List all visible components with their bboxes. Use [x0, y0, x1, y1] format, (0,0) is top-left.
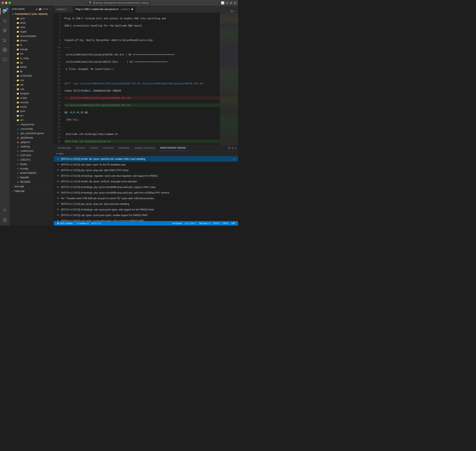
tree-root[interactable]: ▾ THUNDERBOLT [SSH: DEBIAN]	[10, 12, 54, 16]
sidebar-item-cocciconfig[interactable]: ≡ .cocciconfig	[10, 127, 54, 131]
outline-header[interactable]: › OUTLINE	[10, 184, 54, 189]
code-editor[interactable]: Plug in USB-C related bits and pieces to…	[63, 13, 220, 145]
minimap-viewport[interactable]	[220, 13, 238, 92]
sidebar-item-certs[interactable]: › 📁 certs	[10, 25, 54, 30]
line-ending-status[interactable]: CRLF	[221, 221, 230, 226]
tab-output[interactable]: OUTPUT	[73, 145, 88, 151]
tab-gitlens[interactable]: GITLENS	[101, 145, 116, 151]
panel-icon[interactable]: ⊞	[230, 1, 232, 4]
activity-run-debug[interactable]	[0, 35, 10, 45]
more-tabs-icon[interactable]: ⋯	[234, 10, 236, 13]
sidebar-item-arch[interactable]: › 📁 arch	[10, 16, 54, 21]
encoding-status[interactable]: UTF-8	[212, 221, 221, 226]
sidebar-item-clang-format[interactable]: ≡ .clang-format	[10, 122, 54, 127]
sidebar-item-credits[interactable]: ≡ CREDITS	[10, 158, 54, 162]
close-panel-icon[interactable]: ×	[235, 146, 236, 150]
email-item[interactable]: ✉ [PATCH v2 02/15] dt-bindings: usb: qco…	[54, 207, 238, 213]
sidebar-item-samples[interactable]: › 📁 samples	[10, 91, 54, 96]
sidebar-item-net[interactable]: › 📁 net	[10, 82, 54, 87]
email-item[interactable]: ✉ [PATCH v2 04/15] dt-bindings: phy: qco…	[54, 184, 238, 190]
email-item[interactable]: ✉ [PATCH v2 10/15] phy: qcom: qmp-usb: s…	[54, 168, 238, 173]
activity-extensions[interactable]	[0, 45, 10, 55]
email-item[interactable]: ✉ [PATCH v2 00/15] usb: typec: qcom-pmic…	[54, 213, 238, 218]
email-item[interactable]: ✉ [PATCH v2 11/15] phy: qcom: qmp-usb: d…	[54, 201, 238, 207]
sidebar-item-rustfmt[interactable]: ⚙ .rustfmt.toml	[10, 149, 54, 153]
sidebar-item-crypto[interactable]: › 📁 crypto	[10, 30, 54, 34]
activity-explorer[interactable]: 1	[0, 6, 10, 16]
sidebar-item-kernel[interactable]: › 📁 kernel	[10, 65, 54, 69]
ssh-status[interactable]: ⊞ SSH: Debian	[56, 221, 74, 226]
split-editor-icon[interactable]: ⊟	[231, 10, 233, 13]
title-bar-search[interactable]: 🔍 [Extension Development Host] thunderbo…	[87, 1, 151, 5]
minimize-button[interactable]	[5, 2, 7, 4]
sidebar-item-security[interactable]: › 📁 security	[10, 100, 54, 105]
new-file-icon[interactable]: ⊕	[36, 8, 38, 11]
activity-remote[interactable]	[0, 55, 10, 64]
sidebar-item-mailmap[interactable]: ≡ .mailmap	[10, 144, 54, 149]
email-item[interactable]: ✉ [PATCH v2 09/15] usb: typec: qcom-pmic…	[54, 218, 238, 221]
split-icon[interactable]: ⊟	[226, 1, 228, 4]
sidebar-item-virt[interactable]: › 📁 virt	[10, 118, 54, 122]
sidebar-item-maintainers[interactable]: ≡ MAINTAINERS	[10, 171, 54, 175]
sidebar-item-rust[interactable]: › 📁 rust	[10, 87, 54, 91]
sidebar-item-ipc[interactable]: › 📁 ipc	[10, 60, 54, 65]
tab-close-icon[interactable]: ×	[68, 8, 70, 11]
email-item[interactable]: ✉ [PATCH v2 03/15] dt-bindings: phy: qco…	[54, 190, 238, 196]
email-item[interactable]: ✉ [PATCH v2 05/15] usb: typec: tcpm: fix…	[54, 162, 238, 168]
chevron-up-icon[interactable]: ∧	[232, 146, 234, 150]
email-item[interactable]: ✉ Re: "Transfer event TRB DMA ptr not pa…	[54, 196, 238, 201]
sidebar-item-makefile[interactable]: ≡ Makefile	[10, 175, 54, 180]
activity-accounts[interactable]	[0, 205, 10, 215]
refresh-icon[interactable]: ↺	[43, 8, 45, 11]
sidebar-item-fs[interactable]: › 📁 fs	[10, 43, 54, 47]
sidebar-item-sound[interactable]: › 📁 sound	[10, 105, 54, 109]
more-actions-icon[interactable]: ⋯	[49, 8, 51, 11]
sidebar-item-lib[interactable]: › 📁 lib	[10, 69, 54, 74]
sidebar-item-readme[interactable]: ℹ README	[10, 180, 54, 184]
refresh-panel-icon[interactable]: ↺	[228, 146, 230, 150]
activity-search[interactable]	[0, 16, 10, 26]
position-status[interactable]: Ln 1, Col 1	[183, 221, 197, 226]
email-item[interactable]: ✉ [PATCH v2 15/15] arm64: dts: qcom: qrb…	[54, 156, 238, 162]
tab-terminal[interactable]: TERMINAL	[116, 145, 132, 151]
tab-maintainers-dream[interactable]: MAINTAINERS DREAM	[158, 145, 188, 151]
sidebar-item-kbuild[interactable]: ≡ Kbuild	[10, 162, 54, 166]
sidebar-item-usr[interactable]: › 📁 usr	[10, 113, 54, 118]
collapse-icon[interactable]: ⊟	[46, 8, 48, 11]
new-folder-icon[interactable]: 📁	[38, 8, 42, 11]
sidebar-item-copying[interactable]: © COPYING	[10, 153, 54, 158]
activity-source-control[interactable]	[0, 26, 10, 35]
tab-problems[interactable]: PROBLEMS	[56, 145, 73, 151]
branch-status[interactable]: ⎇ master ↺	[74, 221, 90, 226]
sidebar-item-gitignore[interactable]: ◆ .gitignore	[10, 140, 54, 144]
nav-forward-button[interactable]: →	[17, 1, 20, 4]
tab-ports[interactable]: PORTS	[88, 145, 101, 151]
sidebar-item-documentation[interactable]: › 📁 Documentation	[10, 34, 54, 38]
sidebar-item-gitattributes[interactable]: ◆ .gitattributes	[10, 136, 54, 140]
email-item[interactable]: ✉ [PATCH v2 14/15] arm64: dts: qcom: sm6…	[54, 179, 238, 184]
activity-settings[interactable]	[0, 215, 10, 225]
tab-untitled-1[interactable]: Untitled-1 ×	[54, 6, 73, 13]
timeline-header[interactable]: › TIMELINE	[10, 189, 54, 193]
git-graph-status[interactable]: Git Graph	[170, 221, 183, 226]
sidebar-item-init[interactable]: › 📁 init	[10, 52, 54, 56]
layout-icon[interactable]: ⬜	[221, 1, 224, 4]
sidebar-item-kconfig[interactable]: ≡ Kconfig	[10, 166, 54, 171]
sidebar-item-licenses[interactable]: › 📁 LICENSES	[10, 74, 54, 78]
tab-size-status[interactable]: Tab Size: 4	[197, 221, 211, 226]
sidebar-item-mm[interactable]: › 📁 mm	[10, 78, 54, 82]
email-item[interactable]: ✉ [PATCH v2 01/15] dt-bindings: regulato…	[54, 173, 238, 179]
grid-icon[interactable]: ⊞	[234, 1, 236, 4]
sidebar-item-get_maintainer[interactable]: ≡ .get_maintainer.ignore	[10, 131, 54, 136]
nav-back-button[interactable]: ←	[14, 1, 17, 4]
close-button[interactable]	[2, 2, 4, 4]
sidebar-item-io_uring[interactable]: › 📁 io_uring	[10, 56, 54, 60]
sidebar-item-tools[interactable]: › 📁 tools	[10, 109, 54, 113]
maximize-button[interactable]	[8, 2, 11, 4]
language-status[interactable]: Diff	[230, 221, 236, 226]
sidebar-item-scripts[interactable]: › 📁 scripts	[10, 96, 54, 100]
tab-plug-usb[interactable]: Plug in USB-C related bits and pieces to…	[73, 6, 135, 13]
tab-debug-console[interactable]: DEBUG CONSOLE	[132, 145, 158, 151]
sidebar-item-include[interactable]: › 📁 include	[10, 47, 54, 52]
sidebar-item-drivers[interactable]: › 📁 drivers	[10, 38, 54, 43]
